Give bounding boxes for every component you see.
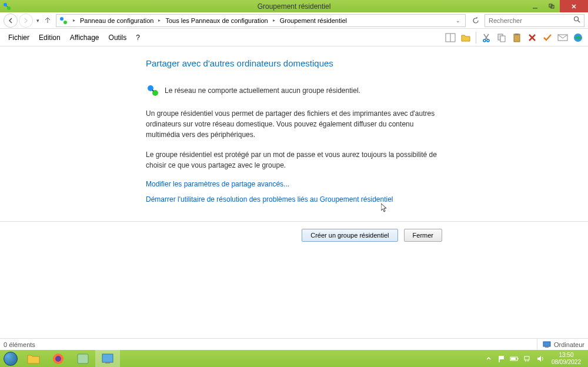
menu-file[interactable]: Fichier — [4, 31, 34, 44]
preview-pane-icon[interactable] — [444, 31, 457, 44]
breadcrumb-sep[interactable]: ▸ — [270, 18, 278, 23]
paste-icon[interactable] — [510, 31, 523, 44]
menu-edit[interactable]: Edition — [34, 31, 65, 44]
network-icon — [146, 84, 160, 98]
svg-point-9 — [574, 17, 579, 21]
breadcrumb-dropdown[interactable]: ⌄ — [456, 18, 460, 24]
clock-date: 08/09/2022 — [552, 359, 581, 366]
status-text: Le réseau ne comporte actuellement aucun… — [165, 86, 360, 95]
close-dialog-button[interactable]: Fermer — [404, 229, 442, 242]
folder-icon — [26, 353, 41, 365]
taskbar-app1[interactable] — [71, 350, 95, 367]
back-button[interactable] — [4, 14, 18, 28]
status-row: Le réseau ne comporte actuellement aucun… — [146, 84, 588, 98]
window-title: Groupement résidentiel — [258, 2, 331, 11]
svg-point-13 — [483, 39, 486, 42]
mail-icon[interactable] — [556, 31, 569, 44]
folder-dropdown-icon[interactable] — [459, 31, 472, 44]
tray-expand-icon[interactable] — [483, 353, 494, 364]
svg-point-14 — [487, 39, 489, 42]
refresh-button[interactable] — [469, 14, 482, 27]
breadcrumb-item-1[interactable]: Tous les Panneaux de configuration — [163, 17, 270, 24]
breadcrumb[interactable]: ▸ Panneau de configuration ▸ Tous les Pa… — [56, 14, 466, 27]
svg-line-10 — [578, 21, 580, 22]
search-input[interactable] — [489, 17, 573, 24]
status-count: 0 éléments — [4, 341, 35, 348]
status-bar: 0 éléments Ordinateur — [0, 338, 588, 350]
search-icon[interactable] — [573, 16, 580, 25]
flag-icon[interactable] — [496, 353, 507, 364]
search-box[interactable] — [485, 14, 584, 27]
control-panel-icon — [101, 353, 115, 365]
breadcrumb-sep[interactable]: ▸ — [71, 18, 78, 23]
network-tray-icon[interactable] — [522, 353, 533, 364]
delete-icon[interactable] — [526, 31, 539, 44]
link-troubleshoot[interactable]: Démarrer l'utilitaire de résolution des … — [146, 195, 588, 203]
svg-point-8 — [64, 21, 67, 24]
title-bar: Groupement résidentiel — [0, 0, 588, 12]
menu-help[interactable]: ? — [131, 31, 145, 44]
battery-icon[interactable] — [509, 353, 520, 364]
page-title: Partager avec d'autres ordinateurs domes… — [146, 58, 588, 68]
menu-view[interactable]: Affichage — [65, 31, 104, 44]
start-button[interactable] — [0, 350, 21, 367]
toolbar-divider — [476, 32, 476, 44]
start-orb-icon — [4, 352, 18, 366]
link-sharing-settings[interactable]: Modifier les paramètres de partage avanc… — [146, 180, 588, 188]
svg-rect-31 — [78, 354, 88, 363]
cut-icon[interactable] — [480, 31, 493, 44]
window-controls — [527, 0, 588, 12]
clock[interactable]: 13:50 08/09/2022 — [547, 352, 586, 366]
svg-rect-27 — [543, 342, 550, 346]
svg-rect-33 — [105, 362, 110, 363]
button-area: Créer un groupe résidentiel Fermer — [0, 221, 588, 242]
breadcrumb-item-0[interactable]: Panneau de configuration — [78, 17, 156, 24]
nav-bar: ▾ ▸ Panneau de configuration ▸ Tous les … — [0, 12, 588, 29]
history-dropdown[interactable]: ▾ — [36, 18, 39, 24]
svg-point-7 — [60, 17, 64, 21]
globe-icon[interactable] — [572, 31, 584, 44]
taskbar-control-panel[interactable] — [95, 350, 120, 367]
check-icon[interactable] — [541, 31, 554, 44]
create-homegroup-button[interactable]: Créer un groupe résidentiel — [302, 229, 397, 242]
maximize-button[interactable] — [543, 0, 560, 12]
breadcrumb-sep[interactable]: ▸ — [156, 18, 163, 23]
app-icon — [2, 2, 12, 11]
svg-point-30 — [55, 356, 61, 362]
app-icon — [76, 353, 90, 365]
forward-button[interactable] — [19, 14, 33, 28]
content-area: Partager avec d'autres ordinateurs domes… — [0, 46, 588, 203]
taskbar: 13:50 08/09/2022 — [0, 350, 588, 367]
system-tray: 13:50 08/09/2022 — [482, 352, 588, 366]
svg-rect-18 — [500, 36, 505, 42]
computer-icon — [542, 341, 552, 348]
breadcrumb-item-2[interactable]: Groupement résidentiel — [278, 17, 349, 24]
taskbar-explorer[interactable] — [21, 350, 46, 367]
menu-tools[interactable]: Outils — [104, 31, 132, 44]
homegroup-icon — [59, 16, 68, 25]
svg-rect-28 — [545, 346, 549, 348]
menu-bar: Fichier Edition Affichage Outils ? — [0, 29, 588, 46]
svg-rect-38 — [511, 358, 516, 360]
up-button[interactable] — [44, 16, 51, 25]
status-location: Ordinateur — [537, 339, 584, 350]
taskbar-firefox[interactable] — [46, 350, 71, 367]
toolbar — [444, 31, 584, 44]
firefox-icon — [51, 353, 65, 365]
svg-rect-37 — [517, 358, 519, 359]
svg-rect-20 — [515, 34, 519, 35]
status-location-text: Ordinateur — [554, 341, 584, 348]
svg-rect-34 — [499, 356, 504, 359]
para-1: Un groupe résidentiel vous permet de par… — [146, 108, 440, 140]
mouse-cursor — [381, 203, 388, 213]
copy-icon[interactable] — [495, 31, 508, 44]
minimize-button[interactable] — [527, 0, 543, 12]
close-button[interactable] — [560, 0, 588, 12]
para-2: Le groupe résidentiel est protégé par un… — [146, 149, 440, 171]
svg-rect-32 — [102, 354, 113, 362]
volume-icon[interactable] — [535, 353, 546, 364]
svg-rect-39 — [524, 356, 529, 360]
clock-time: 13:50 — [552, 352, 581, 359]
